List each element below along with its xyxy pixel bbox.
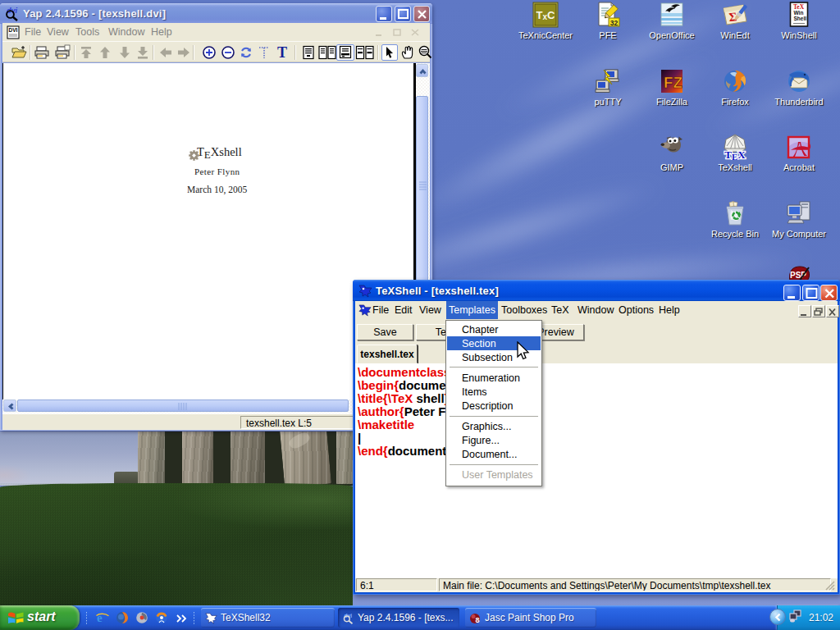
svg-text:DVI: DVI [9, 27, 18, 33]
svg-text:32: 32 [610, 19, 619, 27]
svg-text:dvi: dvi [345, 613, 353, 619]
svg-text:e: e [97, 611, 103, 624]
svg-text:Win: Win [794, 10, 804, 16]
svg-text:FZ: FZ [664, 74, 683, 91]
svg-text:8: 8 [476, 616, 480, 624]
svg-text:Shell: Shell [794, 16, 807, 21]
svg-text:T: T [277, 44, 287, 61]
